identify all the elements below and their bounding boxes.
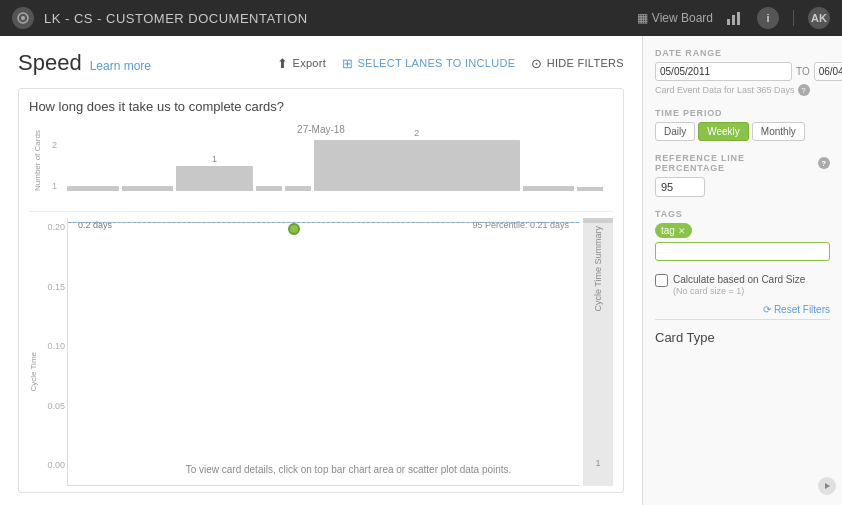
user-avatar[interactable]: AK bbox=[808, 7, 830, 29]
select-lanes-button[interactable]: ⊞ SELECT LANES TO INCLUDE bbox=[342, 56, 515, 71]
period-monthly-button[interactable]: Monthly bbox=[752, 122, 805, 141]
scatter-chart-area: Cycle Time 0.20 0.15 0.10 0.05 0.00 0.2 … bbox=[29, 218, 613, 486]
y-tick-015: 0.15 bbox=[47, 282, 65, 292]
ref-line-info-icon[interactable]: ? bbox=[818, 157, 830, 169]
svg-marker-5 bbox=[825, 483, 830, 489]
right-panel: DATE RANGE TO Card Event Data for Last 3… bbox=[642, 36, 842, 505]
summary-bar: Cycle Time Summary 1 bbox=[583, 218, 613, 486]
bar-large-label: 2 bbox=[414, 128, 419, 138]
bar-empty2 bbox=[122, 186, 174, 191]
page-header: Speed Learn more ⬆ Export ⊞ SELECT LANES… bbox=[18, 50, 624, 76]
ref-line-label: REFERENCE LINE PERCENTAGE ? bbox=[655, 153, 830, 173]
date-range-label: DATE RANGE bbox=[655, 48, 830, 58]
time-period-section: TIME PERIOD Daily Weekly Monthly bbox=[655, 108, 830, 141]
bar-sm2 bbox=[285, 186, 311, 191]
bar-sm1 bbox=[256, 186, 282, 191]
tag-container: tag ✕ bbox=[655, 223, 830, 238]
calc-checkbox[interactable] bbox=[655, 274, 668, 287]
date-range-section: DATE RANGE TO Card Event Data for Last 3… bbox=[655, 48, 830, 96]
event-note: Card Event Data for Last 365 Days ? bbox=[655, 84, 830, 96]
info-button[interactable]: i bbox=[757, 7, 779, 29]
y-tick-2: 2 bbox=[52, 140, 57, 150]
top-bar-chart[interactable]: 27-May-18 2 1 Number of Cards 1 bbox=[29, 122, 613, 212]
event-note-info-icon[interactable]: ? bbox=[798, 84, 810, 96]
y-axis-label-scatter: Cycle Time bbox=[29, 352, 38, 392]
bar-empty bbox=[67, 186, 119, 191]
ref-line-input[interactable] bbox=[655, 177, 705, 197]
scroll-right-button[interactable] bbox=[818, 477, 836, 495]
card-type-section: Card Type bbox=[655, 319, 830, 345]
chart-info-text: To view card details, click on top bar c… bbox=[118, 463, 579, 477]
view-board-icon: ▦ bbox=[637, 11, 648, 25]
top-date-label: 27-May-18 bbox=[297, 124, 345, 135]
bar-mid-label: 1 bbox=[212, 154, 217, 164]
export-icon: ⬆ bbox=[277, 56, 288, 71]
card-type-title: Card Type bbox=[655, 330, 830, 345]
tags-label: TAGS bbox=[655, 209, 830, 219]
top-navigation: LK - CS - CUSTOMER DOCUMENTATION ▦ View … bbox=[0, 0, 842, 36]
reset-icon: ⟳ bbox=[763, 304, 771, 315]
y-tick-005: 0.05 bbox=[47, 401, 65, 411]
scatter-dot[interactable] bbox=[288, 223, 300, 235]
y-tick-1: 1 bbox=[52, 181, 57, 191]
nav-logo[interactable] bbox=[12, 7, 34, 29]
bar-sm3 bbox=[523, 186, 575, 191]
view-board-button[interactable]: ▦ View Board bbox=[637, 11, 713, 25]
y-tick-010: 0.10 bbox=[47, 341, 65, 351]
reference-line bbox=[68, 222, 579, 223]
period-buttons: Daily Weekly Monthly bbox=[655, 122, 830, 141]
main-container: Speed Learn more ⬆ Export ⊞ SELECT LANES… bbox=[0, 36, 842, 505]
bar-mid: 1 bbox=[176, 166, 253, 192]
summary-value: 1 bbox=[595, 458, 600, 468]
period-weekly-button[interactable]: Weekly bbox=[698, 122, 749, 141]
bar-sm4 bbox=[577, 187, 603, 191]
summary-label: Cycle Time Summary bbox=[593, 226, 603, 312]
tags-section: TAGS tag ✕ bbox=[655, 209, 830, 261]
date-to-separator: TO bbox=[796, 66, 810, 77]
period-daily-button[interactable]: Daily bbox=[655, 122, 695, 141]
date-from-input[interactable] bbox=[655, 62, 792, 81]
hide-filters-button[interactable]: ⊙ HIDE FILTERS bbox=[531, 56, 624, 71]
reset-filters-button[interactable]: ⟳ Reset Filters bbox=[655, 304, 830, 315]
tag-remove-button[interactable]: ✕ bbox=[678, 226, 686, 236]
y-tick-020: 0.20 bbox=[47, 222, 65, 232]
page-title-area: Speed Learn more bbox=[18, 50, 151, 76]
export-button[interactable]: ⬆ Export bbox=[277, 56, 326, 71]
page-title: Speed bbox=[18, 50, 82, 76]
ref-line-section: REFERENCE LINE PERCENTAGE ? bbox=[655, 153, 830, 197]
svg-rect-4 bbox=[737, 12, 740, 25]
nav-separator bbox=[793, 10, 794, 26]
tag-pill: tag ✕ bbox=[655, 223, 692, 238]
nav-right: ▦ View Board i AK bbox=[637, 7, 830, 29]
date-row: TO bbox=[655, 62, 830, 81]
calc-label: Calculate based on Card Size bbox=[673, 273, 805, 286]
y-axis-label-top: Number of Cards bbox=[33, 130, 42, 191]
header-actions: ⬆ Export ⊞ SELECT LANES TO INCLUDE ⊙ HID… bbox=[277, 56, 624, 71]
chart-icon[interactable] bbox=[727, 11, 743, 25]
tag-input[interactable] bbox=[655, 242, 830, 261]
svg-rect-2 bbox=[727, 19, 730, 25]
summary-top bbox=[583, 218, 613, 223]
svg-point-1 bbox=[21, 16, 25, 20]
date-to-input[interactable] bbox=[814, 62, 842, 81]
left-panel: Speed Learn more ⬆ Export ⊞ SELECT LANES… bbox=[0, 36, 642, 505]
svg-rect-3 bbox=[732, 15, 735, 25]
learn-more-link[interactable]: Learn more bbox=[90, 59, 151, 73]
calc-sub: (No card size = 1) bbox=[673, 286, 805, 296]
filter-icon: ⊙ bbox=[531, 56, 542, 71]
bar-large: 2 bbox=[314, 140, 520, 191]
scatter-plot[interactable]: 0.2 days 95 Percentile: 0.21 days To vie… bbox=[67, 218, 579, 486]
chart-title: How long does it take us to complete car… bbox=[29, 99, 613, 114]
time-period-label: TIME PERIOD bbox=[655, 108, 830, 118]
lanes-icon: ⊞ bbox=[342, 56, 353, 71]
chart-section: How long does it take us to complete car… bbox=[18, 88, 624, 493]
calc-checkbox-row: Calculate based on Card Size (No card si… bbox=[655, 273, 830, 296]
y-tick-000: 0.00 bbox=[47, 460, 65, 470]
nav-title: LK - CS - CUSTOMER DOCUMENTATION bbox=[44, 11, 308, 26]
nav-left: LK - CS - CUSTOMER DOCUMENTATION bbox=[12, 7, 308, 29]
